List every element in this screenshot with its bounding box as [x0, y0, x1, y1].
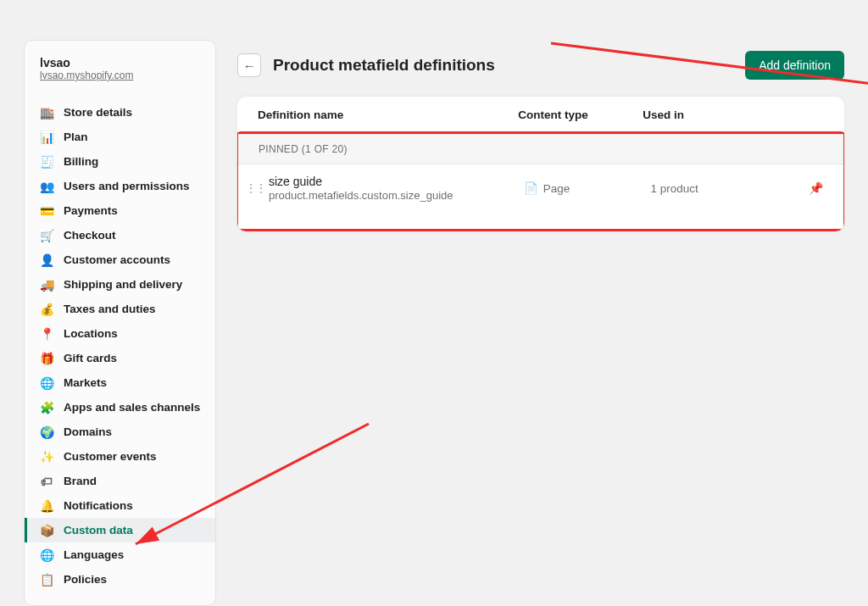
sidebar-item-domains[interactable]: 🌍Domains: [25, 420, 215, 444]
notifications-icon: 🔔: [40, 499, 53, 513]
sidebar-list: 🏬Store details📊Plan🧾Billing👥Users and pe…: [25, 100, 215, 592]
page-header: ← Product metafield definitions Add defi…: [237, 40, 844, 97]
locations-icon: 📍: [40, 327, 53, 341]
sidebar-item-label: Billing: [64, 155, 98, 168]
definition-key: product.metafields.custom.size_guide: [269, 189, 524, 202]
shipping-and-delivery-icon: 🚚: [40, 278, 53, 292]
sidebar-item-notifications[interactable]: 🔔Notifications: [25, 493, 215, 518]
sidebar-item-users-and-permissions[interactable]: 👥Users and permissions: [25, 174, 215, 198]
table-header-row: Definition name Content type Used in: [237, 97, 844, 131]
sidebar-item-label: Custom data: [64, 524, 133, 537]
languages-icon: 🌐: [40, 548, 53, 562]
customer-events-icon: ✨: [40, 450, 53, 464]
sidebar-item-label: Store details: [64, 106, 132, 119]
store-name: lvsao: [40, 56, 200, 69]
column-header-used: Used in: [643, 108, 798, 121]
taxes-and-duties-icon: 💰: [40, 303, 53, 316]
page-title: Product metafield definitions: [273, 56, 495, 75]
plan-icon: 📊: [40, 131, 53, 144]
apps-and-sales-channels-icon: 🧩: [40, 401, 53, 414]
app-root: lvsao lvsao.myshopify.com 🏬Store details…: [0, 0, 868, 606]
definitions-card: Definition name Content type Used in PIN…: [237, 97, 844, 231]
sidebar-item-label: Domains: [64, 425, 112, 438]
page-header-left: ← Product metafield definitions: [237, 53, 495, 77]
sidebar-item-label: Plan: [64, 131, 88, 143]
sidebar-item-label: Shipping and delivery: [64, 278, 182, 291]
gift-cards-icon: 🎁: [40, 352, 53, 365]
definition-name: size guide: [269, 175, 524, 188]
arrow-left-icon: ←: [243, 58, 256, 73]
store-details-icon: 🏬: [40, 106, 53, 120]
store-url-link[interactable]: lvsao.myshopify.com: [40, 69, 200, 81]
customer-accounts-icon: 👤: [40, 253, 53, 267]
sidebar-item-label: Checkout: [64, 229, 116, 242]
sidebar-item-label: Locations: [64, 327, 118, 340]
billing-icon: 🧾: [40, 155, 53, 169]
sidebar-item-markets[interactable]: 🌐Markets: [25, 370, 215, 395]
sidebar-item-payments[interactable]: 💳Payments: [25, 198, 215, 223]
domains-icon: 🌍: [40, 425, 53, 439]
sidebar-item-customer-accounts[interactable]: 👤Customer accounts: [25, 247, 215, 272]
policies-icon: 📋: [40, 573, 53, 587]
main-content: ← Product metafield definitions Add defi…: [237, 40, 844, 606]
sidebar-item-gift-cards[interactable]: 🎁Gift cards: [25, 346, 215, 370]
sidebar-item-customer-events[interactable]: ✨Customer events: [25, 444, 215, 469]
sidebar-item-label: Apps and sales channels: [64, 401, 200, 414]
sidebar-item-policies[interactable]: 📋Policies: [25, 567, 215, 592]
pin-icon[interactable]: 📌: [798, 181, 823, 195]
column-header-name: Definition name: [258, 108, 518, 121]
pinned-section-highlight: PINNED (1 OF 20) ⋮⋮size guideproduct.met…: [237, 131, 844, 231]
drag-handle-icon[interactable]: ⋮⋮: [247, 182, 265, 194]
sidebar-item-label: Customer events: [64, 450, 157, 463]
column-header-pin: [798, 108, 824, 121]
sidebar-item-languages[interactable]: 🌐Languages: [25, 542, 215, 567]
sidebar-item-plan[interactable]: 📊Plan: [25, 125, 215, 149]
definition-row[interactable]: ⋮⋮size guideproduct.metafields.custom.si…: [238, 164, 843, 212]
sidebar-item-label: Brand: [64, 475, 97, 487]
sidebar-item-label: Payments: [64, 204, 118, 217]
sidebar: lvsao lvsao.myshopify.com 🏬Store details…: [24, 40, 216, 606]
sidebar-item-brand[interactable]: 🏷Brand: [25, 469, 215, 493]
users-and-permissions-icon: 👥: [40, 180, 53, 193]
sidebar-item-custom-data[interactable]: 📦Custom data: [25, 518, 215, 542]
custom-data-icon: 📦: [40, 524, 53, 537]
sidebar-item-label: Users and permissions: [64, 180, 190, 192]
sidebar-item-store-details[interactable]: 🏬Store details: [25, 100, 215, 125]
definition-used-in: 1 product: [650, 182, 798, 195]
page-icon: 📄: [524, 181, 538, 195]
sidebar-item-label: Policies: [64, 573, 107, 586]
markets-icon: 🌐: [40, 376, 53, 390]
sidebar-item-billing[interactable]: 🧾Billing: [25, 149, 215, 174]
back-button[interactable]: ←: [237, 53, 261, 77]
sidebar-item-label: Customer accounts: [64, 253, 170, 266]
sidebar-item-locations[interactable]: 📍Locations: [25, 321, 215, 346]
definition-name-block: size guideproduct.metafields.custom.size…: [265, 175, 524, 202]
pinned-section-label: PINNED (1 OF 20): [238, 134, 843, 164]
sidebar-item-label: Taxes and duties: [64, 303, 156, 315]
sidebar-item-apps-and-sales-channels[interactable]: 🧩Apps and sales channels: [25, 395, 215, 420]
sidebar-item-shipping-and-delivery[interactable]: 🚚Shipping and delivery: [25, 272, 215, 297]
brand-icon: 🏷: [40, 475, 53, 488]
sidebar-item-label: Markets: [64, 376, 107, 389]
payments-icon: 💳: [40, 204, 53, 218]
sidebar-header: lvsao lvsao.myshopify.com: [25, 56, 215, 93]
sidebar-item-taxes-and-duties[interactable]: 💰Taxes and duties: [25, 297, 215, 321]
content-type-label: Page: [543, 182, 570, 195]
sidebar-item-label: Gift cards: [64, 352, 117, 364]
sidebar-item-checkout[interactable]: 🛒Checkout: [25, 223, 215, 247]
sidebar-item-label: Languages: [64, 548, 124, 561]
definition-content-type: 📄Page: [524, 181, 651, 195]
checkout-icon: 🛒: [40, 229, 53, 242]
add-definition-button[interactable]: Add definition: [745, 51, 844, 80]
sidebar-item-label: Notifications: [64, 499, 133, 512]
column-header-type: Content type: [518, 108, 643, 121]
